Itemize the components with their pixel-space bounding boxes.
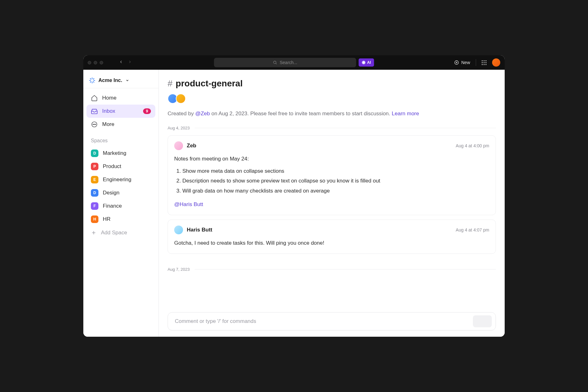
sidebar: Acme Inc. Home Inbox 9 More Spaces bbox=[83, 70, 159, 337]
plus-icon bbox=[91, 230, 97, 236]
space-label: Design bbox=[103, 190, 119, 196]
composer-input[interactable] bbox=[175, 318, 469, 324]
member-avatar[interactable] bbox=[176, 94, 186, 104]
space-label: Marketing bbox=[103, 150, 126, 156]
svg-line-1 bbox=[276, 63, 277, 64]
spaces-list: DMarketingPProductEEngineeringDDesignFFi… bbox=[83, 147, 158, 226]
space-item[interactable]: HHR bbox=[83, 213, 158, 226]
space-label: Product bbox=[103, 163, 121, 170]
space-item[interactable]: EEngineering bbox=[83, 173, 158, 186]
svg-point-0 bbox=[274, 61, 276, 63]
new-label: New bbox=[461, 60, 470, 65]
message-card[interactable]: Zeb Aug 4 at 4:00 pm Notes from meeting … bbox=[168, 135, 496, 215]
ai-icon bbox=[362, 61, 366, 64]
divider bbox=[476, 59, 476, 66]
message-time: Aug 4 at 4:00 pm bbox=[456, 143, 489, 148]
date-separator: Aug 7, 2023 bbox=[168, 267, 496, 272]
channel-header: # product-general bbox=[168, 79, 496, 89]
space-item[interactable]: PProduct bbox=[83, 160, 158, 173]
inbox-icon bbox=[91, 108, 98, 115]
svg-point-14 bbox=[93, 124, 93, 125]
nav-inbox-label: Inbox bbox=[102, 108, 115, 114]
list-item: Show more meta data on collapse sections bbox=[182, 166, 489, 176]
space-item[interactable]: DDesign bbox=[83, 186, 158, 199]
svg-line-8 bbox=[93, 82, 94, 82]
space-badge: D bbox=[91, 189, 98, 197]
svg-line-11 bbox=[90, 82, 91, 82]
user-avatar[interactable] bbox=[492, 58, 500, 67]
space-label: HR bbox=[103, 216, 111, 222]
space-item[interactable]: FFinance bbox=[83, 199, 158, 213]
app-window: Search... AI New bbox=[83, 55, 505, 337]
composer[interactable] bbox=[168, 312, 496, 330]
nav-forward-button[interactable] bbox=[128, 60, 132, 65]
home-icon bbox=[91, 95, 98, 101]
channel-description: Created by @Zeb on Aug 2, 2023. Please f… bbox=[168, 111, 496, 117]
message-avatar[interactable] bbox=[174, 226, 183, 234]
message-card[interactable]: Haris Butt Aug 4 at 4:07 pm Gotcha, I ne… bbox=[168, 220, 496, 254]
window-controls[interactable] bbox=[88, 61, 103, 64]
space-badge: D bbox=[91, 150, 98, 157]
svg-line-7 bbox=[90, 79, 91, 79]
message-body: Notes from meeting on May 24: Show more … bbox=[174, 155, 489, 209]
minimize-dot[interactable] bbox=[94, 61, 97, 64]
space-label: Engineering bbox=[103, 177, 131, 183]
message-avatar[interactable] bbox=[174, 141, 183, 150]
space-badge: F bbox=[91, 202, 98, 210]
new-button[interactable]: New bbox=[454, 60, 470, 65]
space-label: Finance bbox=[103, 203, 122, 209]
message-author: Zeb bbox=[187, 143, 196, 149]
svg-point-16 bbox=[95, 124, 96, 125]
message-author: Haris Butt bbox=[187, 227, 212, 233]
nav-more-label: More bbox=[102, 121, 114, 128]
chevron-down-icon bbox=[125, 79, 129, 82]
close-dot[interactable] bbox=[88, 61, 91, 64]
nav-more[interactable]: More bbox=[86, 118, 155, 131]
add-space-button[interactable]: Add Space bbox=[83, 226, 158, 240]
svg-line-12 bbox=[93, 79, 94, 79]
nav-inbox[interactable]: Inbox 9 bbox=[86, 105, 155, 118]
space-badge: H bbox=[91, 215, 98, 223]
search-icon bbox=[273, 60, 277, 65]
list-item: Description needs to show some preview t… bbox=[182, 176, 489, 186]
workspace-logo-icon bbox=[89, 77, 95, 84]
message-time: Aug 4 at 4:07 pm bbox=[456, 227, 489, 232]
main-content: # product-general Created by @Zeb on Aug… bbox=[159, 70, 505, 337]
space-badge: P bbox=[91, 163, 98, 170]
date-separator: Aug 4, 2023 bbox=[168, 126, 496, 130]
add-space-label: Add Space bbox=[101, 230, 127, 236]
learn-more-link[interactable]: Learn more bbox=[392, 111, 419, 117]
message-mention[interactable]: @Haris Butt bbox=[174, 200, 489, 209]
space-badge: E bbox=[91, 176, 98, 183]
svg-point-15 bbox=[94, 124, 95, 125]
channel-title: product-general bbox=[176, 79, 243, 89]
maximize-dot[interactable] bbox=[100, 61, 103, 64]
more-icon bbox=[91, 121, 98, 128]
list-item: Will grab data on how many checklists ar… bbox=[182, 186, 489, 196]
global-search-input[interactable]: Search... bbox=[214, 58, 356, 67]
hash-icon: # bbox=[168, 79, 173, 89]
workspace-name: Acme Inc. bbox=[98, 78, 122, 83]
apps-grid-button[interactable] bbox=[482, 60, 486, 65]
search-placeholder: Search... bbox=[280, 60, 297, 65]
nav-home[interactable]: Home bbox=[86, 91, 155, 105]
nav-back-button[interactable] bbox=[119, 60, 123, 65]
plus-circle-icon bbox=[454, 60, 459, 65]
ai-label: AI bbox=[367, 60, 371, 65]
nav-home-label: Home bbox=[102, 95, 116, 101]
workspace-switcher[interactable]: Acme Inc. bbox=[83, 72, 158, 88]
spaces-section-label: Spaces bbox=[83, 131, 158, 147]
inbox-badge: 9 bbox=[143, 108, 151, 114]
send-button[interactable] bbox=[473, 315, 492, 327]
space-item[interactable]: DMarketing bbox=[83, 147, 158, 160]
creator-mention[interactable]: @Zeb bbox=[195, 111, 210, 117]
ai-button[interactable]: AI bbox=[359, 58, 374, 67]
channel-members[interactable] bbox=[168, 94, 496, 104]
topbar: Search... AI New bbox=[83, 55, 505, 70]
message-body: Gotcha, I need to create tasks for this.… bbox=[174, 239, 489, 247]
